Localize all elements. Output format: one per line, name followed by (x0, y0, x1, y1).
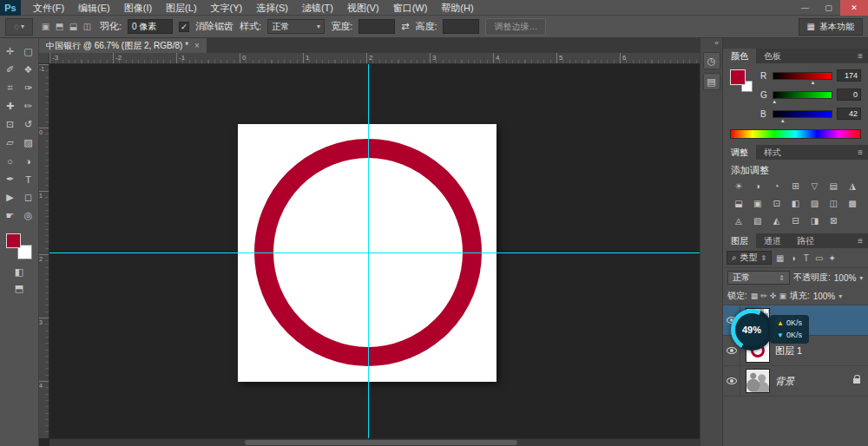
menu-item[interactable]: 视图(V) (340, 0, 386, 16)
adjustment-icon[interactable]: ▤ (824, 180, 843, 193)
rectangular-marquee-tool-icon[interactable]: ▢ (19, 43, 37, 61)
chevron-down-icon[interactable]: ▾ (838, 292, 842, 300)
adjustment-icon[interactable]: ▣ (748, 197, 767, 210)
red-value-input[interactable]: 174 (837, 69, 861, 82)
style-select[interactable]: 正常 ▾ (267, 19, 325, 34)
adjustment-icon[interactable]: ⊡ (767, 197, 786, 210)
panel-menu-icon[interactable]: ≡ (852, 145, 868, 160)
selection-mode-icon[interactable]: ◫ (81, 22, 94, 31)
adjustment-icon[interactable]: ◑ (748, 180, 767, 193)
horizontal-scrollbar[interactable] (49, 438, 700, 446)
tab-swatches[interactable]: 色板 (756, 49, 789, 63)
canvas-viewport[interactable] (49, 64, 700, 438)
tab-styles[interactable]: 样式 (756, 145, 789, 160)
quick-selection-tool-icon[interactable]: ❖ (19, 61, 37, 79)
menu-item[interactable]: 文件(F) (26, 0, 71, 16)
lasso-tool-icon[interactable]: ✐ (1, 61, 19, 79)
panel-menu-icon[interactable]: ≡ (852, 49, 868, 63)
current-tool-preview[interactable]: ◌ ▾ (5, 18, 33, 36)
type-tool-icon[interactable]: T (19, 170, 37, 188)
layer-filter-icon[interactable]: ▦ (773, 253, 786, 263)
close-button[interactable]: ✕ (840, 0, 868, 16)
horizontal-guide[interactable] (49, 253, 700, 253)
antialias-checkbox[interactable]: ✓ (179, 22, 189, 32)
adjustment-icon[interactable]: ◧ (786, 197, 806, 210)
eraser-tool-icon[interactable]: ▱ (1, 134, 19, 152)
document-tab[interactable]: 中国银行 @ 66.7% (图层 2, RGB/8) * × (39, 38, 207, 53)
blue-slider[interactable]: ▲ (773, 110, 832, 118)
lock-option-icon[interactable]: ✜ (770, 292, 777, 300)
history-brush-tool-icon[interactable]: ↺ (19, 115, 37, 134)
vertical-guide[interactable] (368, 64, 369, 438)
adjustment-icon[interactable]: ☀ (729, 180, 748, 193)
color-spectrum-ramp[interactable] (730, 129, 861, 139)
adjustment-icon[interactable]: ◨ (805, 214, 824, 227)
shape-tool-icon[interactable]: ◻ (19, 188, 37, 207)
lock-option-icon[interactable]: ▣ (779, 292, 786, 300)
brush-tool-icon[interactable]: ✏ (19, 97, 37, 115)
tab-channels[interactable]: 通道 (756, 233, 789, 248)
pen-tool-icon[interactable]: ✒ (1, 170, 19, 188)
tab-layers[interactable]: 图层 (723, 233, 756, 248)
adjustment-icon[interactable]: ▨ (805, 197, 824, 210)
screen-mode-icon[interactable]: ⬒ (15, 283, 23, 294)
layer-filter-select[interactable]: ⌕ 类型 ⇕ (727, 251, 772, 265)
menu-item[interactable]: 选择(S) (249, 0, 295, 16)
green-slider[interactable]: ▲ (773, 91, 832, 99)
slider-marker-icon[interactable]: ▲ (811, 80, 816, 85)
quick-mask-icon[interactable]: ◧ (15, 266, 23, 278)
blue-value-input[interactable]: 42 (837, 108, 861, 120)
menu-item[interactable]: 图像(I) (117, 0, 159, 16)
tab-paths[interactable]: 路径 (789, 233, 822, 248)
layer-filter-icon[interactable]: T (799, 253, 812, 263)
history-panel-icon[interactable]: ◷ (703, 52, 720, 69)
tab-close-icon[interactable]: × (194, 41, 200, 50)
feather-input[interactable]: 0 像素 (128, 19, 173, 34)
tab-adjustments[interactable]: 调整 (723, 145, 756, 160)
lock-option-icon[interactable]: ✏ (760, 292, 767, 300)
refine-edge-button[interactable]: 调整边缘… (485, 18, 546, 36)
adjustment-icon[interactable]: ◬ (729, 214, 748, 227)
slider-marker-icon[interactable]: ▲ (780, 118, 786, 123)
path-selection-tool-icon[interactable]: ▶ (1, 188, 19, 207)
zoom-tool-icon[interactable]: ◎ (19, 207, 37, 225)
adjustment-icon[interactable]: ⊠ (824, 214, 843, 227)
menu-item[interactable]: 编辑(E) (71, 0, 117, 16)
adjustment-icon[interactable]: ⬓ (729, 197, 748, 210)
crop-tool-icon[interactable]: ⌗ (1, 79, 19, 97)
green-value-input[interactable]: 0 (837, 89, 861, 101)
dodge-tool-icon[interactable]: ◑ (19, 152, 37, 170)
hand-tool-icon[interactable]: ☛ (1, 207, 19, 225)
clone-stamp-tool-icon[interactable]: ⊡ (1, 115, 19, 134)
adjustment-icon[interactable]: ◫ (824, 197, 843, 210)
visibility-cell[interactable] (723, 366, 740, 396)
scrollbar-thumb[interactable] (245, 440, 518, 445)
selection-mode-icon[interactable]: ▣ (39, 22, 52, 31)
adjustment-icon[interactable]: ◔ (767, 180, 786, 193)
layer-filter-icon[interactable]: ✦ (825, 253, 838, 263)
selection-mode-icon[interactable]: ⬒ (53, 22, 66, 31)
adjustment-icon[interactable]: ▩ (843, 197, 862, 210)
opacity-value[interactable]: 100% (834, 273, 857, 283)
layer-filter-icon[interactable]: ▭ (812, 253, 825, 263)
lock-option-icon[interactable]: ▦ (751, 292, 759, 300)
foreground-color-swatch[interactable] (6, 233, 21, 248)
menu-item[interactable]: 文字(Y) (204, 0, 250, 16)
slider-marker-icon[interactable]: ▲ (772, 99, 777, 104)
move-tool-icon[interactable]: ✛ (1, 43, 19, 61)
adjustment-icon[interactable]: ▽ (805, 180, 824, 193)
layer-row-background[interactable]: 背景 (723, 366, 868, 397)
red-slider[interactable]: ▲ (773, 72, 832, 80)
minimize-button[interactable]: — (793, 0, 817, 16)
layer-thumbnail[interactable] (746, 369, 770, 393)
healing-brush-tool-icon[interactable]: ✚ (1, 97, 19, 115)
adjustment-icon[interactable]: ⊞ (786, 180, 806, 193)
panel-menu-icon[interactable]: ≡ (852, 233, 868, 248)
tab-color[interactable]: 颜色 (723, 49, 756, 63)
properties-panel-icon[interactable]: ▤ (703, 73, 720, 90)
menu-item[interactable]: 图层(L) (159, 0, 203, 16)
eyedropper-tool-icon[interactable]: ✑ (19, 79, 37, 97)
blur-tool-icon[interactable]: ○ (1, 152, 19, 170)
menu-item[interactable]: 帮助(H) (434, 0, 480, 16)
layer-name[interactable]: 背景 (775, 375, 794, 388)
